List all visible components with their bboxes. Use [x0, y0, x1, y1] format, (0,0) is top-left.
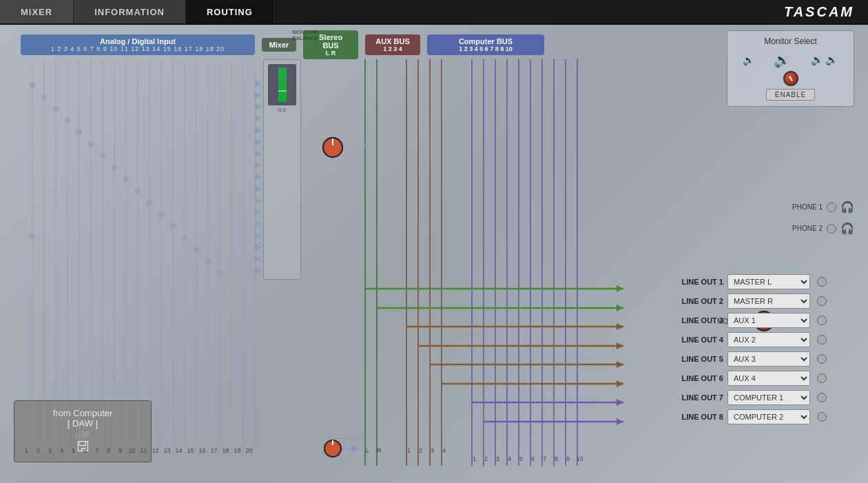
- line-out-circle-7: [817, 393, 827, 402]
- line-out-select-5[interactable]: MASTER LMASTER RAUX 1AUX 2AUX 3AUX 4COMP…: [727, 351, 810, 367]
- svg-marker-53: [255, 256, 262, 263]
- svg-point-30: [147, 200, 152, 205]
- from-computer-line2: [ DAW ]: [25, 418, 141, 429]
- svg-marker-86: [617, 380, 623, 387]
- svg-marker-49: [255, 209, 262, 216]
- svg-marker-80: [617, 323, 623, 330]
- line-out-circle-4: [817, 335, 827, 345]
- svg-point-32: [170, 223, 176, 229]
- svg-marker-82: [617, 342, 623, 349]
- analog-input-label: Analog / Digital Input 1 2 3 4 5 6 7 8 9…: [21, 34, 255, 55]
- svg-point-35: [205, 258, 211, 264]
- line-out-label-8: LINE OUT 8: [672, 413, 723, 421]
- svg-point-20: [30, 83, 35, 88]
- bottom-analog-nums: 1 2 3 4 5 6 7 8 9 10 11 12 13 14 15 16 1…: [21, 447, 255, 454]
- monitor-icons-row: 🔈 🔊 🔊🔊: [733, 52, 848, 68]
- svg-marker-54: [255, 267, 262, 274]
- enable-button[interactable]: ENABLE: [766, 89, 815, 101]
- svg-point-27: [112, 165, 117, 170]
- line-out-circle-2: [817, 296, 827, 306]
- svg-marker-46: [255, 174, 262, 181]
- tab-routing[interactable]: ROUTING: [186, 0, 274, 23]
- svg-point-72: [323, 138, 342, 157]
- monitor-balance-label1: MONITOR: [285, 29, 326, 35]
- svg-marker-84: [617, 361, 623, 368]
- svg-marker-48: [255, 197, 262, 204]
- svg-marker-52: [255, 244, 262, 251]
- phone1-label: PHONE 1: [781, 203, 823, 211]
- line-out-circle-3: [817, 316, 827, 325]
- monitor-balance-label2: BALANCE: [285, 35, 326, 41]
- line-out-label-6: LINE OUT 6: [672, 374, 723, 382]
- line-out-select-4[interactable]: MASTER LMASTER RAUX 1AUX 2AUX 3AUX 4COMP…: [727, 332, 810, 347]
- line-out-label-4: LINE OUT 4: [672, 336, 723, 344]
- svg-point-21: [41, 94, 47, 100]
- svg-marker-40: [255, 103, 262, 110]
- line-out-row-7: LINE OUT 7MASTER LMASTER RAUX 1AUX 2AUX …: [672, 390, 827, 405]
- svg-marker-44: [255, 150, 262, 157]
- line-out-circle-8: [817, 412, 827, 422]
- bottom-computer-nums: 1 2 3 4 5 6 7 8 9 10: [468, 455, 586, 462]
- bottom-aux-nums: 1 2 3 4: [403, 447, 450, 454]
- svg-point-36: [217, 270, 223, 276]
- line-out-row-1: LINE OUT 1MASTER LMASTER RAUX 1AUX 2AUX …: [672, 274, 827, 289]
- svg-point-22: [53, 106, 59, 112]
- speaker-icon-medium: 🔊: [774, 52, 791, 68]
- svg-point-29: [135, 188, 141, 194]
- monitor-select-knob[interactable]: [783, 71, 798, 86]
- svg-marker-41: [255, 115, 262, 122]
- phone1-row: PHONE 1 🎧: [781, 201, 854, 214]
- svg-marker-51: [255, 232, 262, 239]
- svg-marker-90: [617, 418, 623, 425]
- svg-point-37: [30, 234, 35, 239]
- line-out-select-8[interactable]: MASTER LMASTER RAUX 1AUX 2AUX 3AUX 4COMP…: [727, 409, 810, 424]
- line-out-select-6[interactable]: MASTER LMASTER RAUX 1AUX 2AUX 3AUX 4COMP…: [727, 371, 810, 386]
- phone-outputs: PHONE 1 🎧 PHONE 2 🎧: [781, 201, 854, 235]
- speaker-icon-small: 🔈: [743, 54, 754, 65]
- line-out-row-6: LINE OUT 6MASTER LMASTER RAUX 1AUX 2AUX …: [672, 371, 827, 386]
- line-out-label-2: LINE OUT 2: [672, 297, 723, 305]
- svg-marker-42: [255, 127, 262, 134]
- tascam-logo: TASCAM: [770, 0, 868, 23]
- computer-bus-label: Computer BUS 1 2 3 4 5 6 7 8 9 10: [427, 34, 544, 55]
- line-out-circle-1: [817, 277, 827, 287]
- line-out-row-2: LINE OUT 2MASTER LMASTER RAUX 1AUX 2AUX …: [672, 294, 827, 309]
- line-outs-container: LINE OUT 1MASTER LMASTER RAUX 1AUX 2AUX …: [672, 274, 827, 429]
- svg-marker-92: [351, 445, 358, 452]
- aux-bus-label: AUX BUS 1 2 3 4: [365, 34, 420, 55]
- monitor-select-box: Monitor Select 🔈 🔊 🔊🔊 ENABLE: [727, 30, 854, 107]
- line-out-label-3: LINE OUT 3: [672, 316, 723, 325]
- from-computer-line1: from Computer: [25, 408, 141, 418]
- svg-point-26: [100, 153, 105, 158]
- tab-mixer[interactable]: MIXER: [0, 0, 74, 23]
- svg-point-25: [88, 141, 94, 147]
- line-out-row-4: LINE OUT 4MASTER LMASTER RAUX 1AUX 2AUX …: [672, 332, 827, 347]
- line-out-row-5: LINE OUT 5MASTER LMASTER RAUX 1AUX 2AUX …: [672, 351, 827, 367]
- phone2-icon: 🎧: [840, 222, 854, 235]
- svg-marker-76: [617, 285, 623, 292]
- svg-point-23: [65, 118, 70, 123]
- svg-marker-45: [255, 162, 262, 169]
- svg-marker-47: [255, 185, 262, 192]
- svg-point-24: [76, 130, 82, 135]
- line-out-label-1: LINE OUT 1: [672, 278, 723, 286]
- svg-marker-50: [255, 220, 262, 227]
- speaker-pair-icon: 🔊🔊: [811, 54, 838, 66]
- line-out-circle-5: [817, 354, 827, 364]
- svg-marker-43: [255, 138, 262, 145]
- monitor-select-knob-row: [733, 71, 848, 86]
- line-out-select-3[interactable]: MASTER LMASTER RAUX 1AUX 2AUX 3AUX 4COMP…: [727, 313, 810, 328]
- tab-information[interactable]: INFORMATION: [74, 0, 186, 23]
- line-out-select-1[interactable]: MASTER LMASTER RAUX 1AUX 2AUX 3AUX 4COMP…: [727, 274, 810, 289]
- bottom-stereo-nums: L R: [362, 447, 385, 454]
- svg-marker-88: [617, 399, 623, 406]
- svg-point-96: [324, 440, 341, 457]
- main-area: Analog / Digital Input 1 2 3 4 5 6 7 8 9…: [0, 25, 868, 483]
- phone2-row: PHONE 2 🎧: [781, 222, 854, 235]
- phone1-icon: 🎧: [840, 201, 854, 214]
- line-out-label-5: LINE OUT 5: [672, 355, 723, 363]
- line-out-select-2[interactable]: MASTER LMASTER RAUX 1AUX 2AUX 3AUX 4COMP…: [727, 294, 810, 309]
- line-out-select-7[interactable]: MASTER LMASTER RAUX 1AUX 2AUX 3AUX 4COMP…: [727, 390, 810, 405]
- svg-marker-38: [255, 80, 262, 87]
- phone2-label: PHONE 2: [781, 225, 823, 232]
